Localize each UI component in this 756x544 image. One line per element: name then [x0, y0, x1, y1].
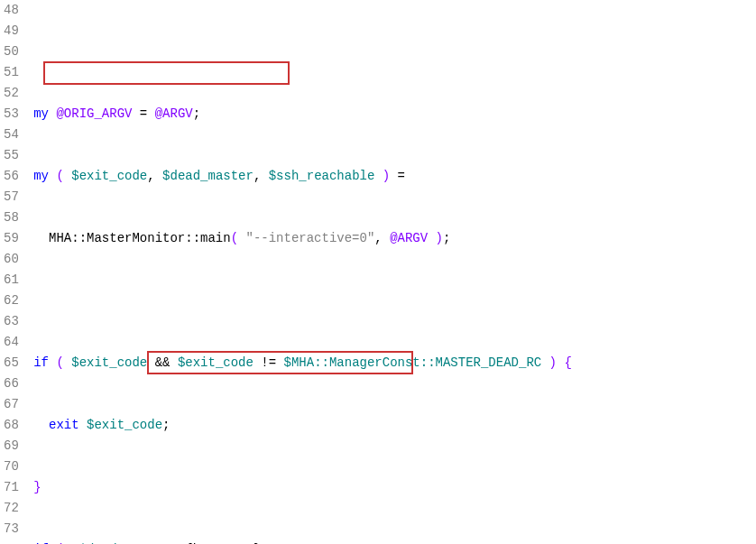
scalar-var: $dead_master — [162, 169, 254, 183]
line-number: 65 — [4, 353, 19, 373]
line-number: 54 — [4, 124, 19, 145]
line-number: 52 — [4, 83, 19, 104]
scalar-var: $exit_code — [71, 169, 147, 183]
scalar-var: $ssh_reachable — [269, 169, 375, 183]
semicolon: ; — [443, 231, 450, 245]
code-editor: 48 49 50 51 52 53 54 55 56 57 58 59 60 6… — [0, 0, 756, 544]
brace: { — [564, 355, 571, 370]
semicolon: ; — [193, 106, 200, 121]
code-line: my @ORIG_ARGV = @ARGV; — [26, 104, 572, 124]
line-number: 49 — [4, 21, 19, 41]
brace: } — [33, 480, 41, 494]
code-content[interactable]: my @ORIG_ARGV = @ARGV; my ( $exit_code, … — [24, 0, 574, 544]
line-number: 71 — [4, 477, 19, 498]
highlight-box — [43, 61, 290, 85]
line-number: 68 — [4, 415, 19, 436]
line-number: 67 — [4, 394, 19, 415]
package-call: MHA::MasterMonitor::main — [49, 231, 231, 245]
code-line: } — [26, 477, 572, 498]
keyword: exit — [49, 418, 79, 432]
line-number: 69 — [4, 436, 19, 456]
paren: ) — [436, 231, 443, 245]
paren: ( — [56, 169, 63, 183]
operator: = — [140, 106, 147, 121]
line-number: 61 — [4, 270, 19, 290]
array-var: @ORIG_ARGV — [56, 106, 132, 121]
comma: , — [147, 169, 154, 183]
semicolon: ; — [162, 418, 170, 432]
code-line: if ( !$dead_master->{hostname} — [26, 539, 572, 544]
line-number: 56 — [4, 166, 19, 187]
code-line: exit $exit_code; — [26, 415, 572, 436]
line-number: 66 — [4, 373, 19, 394]
line-number: 51 — [4, 62, 19, 83]
keyword: my — [33, 169, 49, 183]
array-var: @ARGV — [155, 106, 193, 121]
operator: != — [261, 355, 276, 370]
line-number: 64 — [4, 332, 19, 353]
line-number: 63 — [4, 311, 19, 332]
paren: ) — [549, 355, 557, 370]
paren: ( — [56, 355, 63, 370]
line-number: 57 — [4, 187, 19, 207]
line-number: 62 — [4, 290, 19, 311]
operator: && — [155, 355, 171, 370]
code-line — [26, 290, 572, 311]
line-number: 59 — [4, 228, 19, 249]
code-line — [26, 41, 572, 62]
line-number: 53 — [4, 104, 19, 124]
comma: , — [374, 231, 382, 245]
code-line: my ( $exit_code, $dead_master, $ssh_reac… — [26, 166, 572, 187]
line-number: 60 — [4, 249, 19, 270]
line-numbers-gutter: 48 49 50 51 52 53 54 55 56 57 58 59 60 6… — [0, 0, 24, 544]
code-line: if ( $exit_code && $exit_code != $MHA::M… — [26, 353, 572, 373]
scalar-var: $exit_code — [71, 355, 147, 370]
operator: = — [398, 169, 405, 183]
line-number: 48 — [4, 0, 19, 21]
paren: ( — [231, 231, 238, 245]
line-number: 50 — [4, 41, 19, 62]
paren: ) — [383, 169, 390, 183]
keyword: my — [33, 106, 49, 121]
string: "--interactive=0" — [245, 231, 374, 245]
line-number: 74 — [4, 539, 19, 544]
line-number: 72 — [4, 498, 19, 519]
scalar-var: $MHA::ManagerConst::MASTER_DEAD_RC — [284, 355, 542, 370]
comma: , — [254, 169, 261, 183]
line-number: 70 — [4, 456, 19, 477]
line-number: 58 — [4, 207, 19, 228]
code-line: MHA::MasterMonitor::main( "--interactive… — [26, 228, 572, 249]
line-number: 73 — [4, 519, 19, 539]
line-number: 55 — [4, 145, 19, 166]
scalar-var: $exit_code — [87, 418, 162, 432]
scalar-var: $exit_code — [178, 355, 254, 370]
array-var: @ARGV — [390, 231, 428, 245]
keyword: if — [33, 355, 49, 370]
